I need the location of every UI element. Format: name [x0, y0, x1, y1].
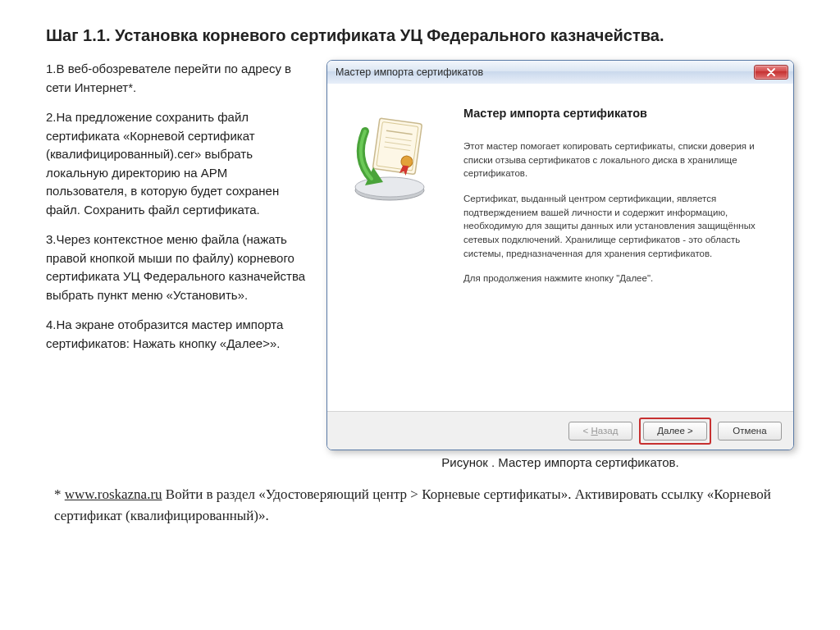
step-2: 2.На предложение сохранить файл сертифик…	[46, 108, 308, 219]
svg-point-1	[355, 177, 424, 197]
back-button: < Назад	[568, 422, 632, 441]
footnote: * www.roskazna.ru Войти в раздел «Удосто…	[46, 484, 794, 526]
step-4: 4.На экране отобразится мастер импорта с…	[46, 316, 308, 353]
wizard-paragraph-3: Для продолжения нажмите кнопку "Далее".	[463, 272, 769, 285]
wizard-paragraph-1: Этот мастер помогает копировать сертифик…	[463, 139, 769, 180]
certificate-import-icon	[340, 116, 439, 207]
wizard-paragraph-2: Сертификат, выданный центром сертификаци…	[463, 192, 769, 260]
wizard-heading: Мастер импорта сертификатов	[463, 107, 769, 120]
footnote-rest: Войти в раздел «Удостоверяющий центр > К…	[54, 486, 771, 523]
cancel-button[interactable]: Отмена	[718, 422, 782, 441]
page-heading: Шаг 1.1. Установка корневого сертификата…	[46, 25, 794, 47]
next-button[interactable]: Далее >	[643, 422, 707, 441]
step-3: 3.Через контекстное меню файла (нажать п…	[46, 231, 308, 304]
footnote-link[interactable]: www.roskazna.ru	[65, 486, 162, 502]
wizard-window: Мастер импорта сертификатов	[326, 60, 794, 450]
wizard-button-row: < Назад Далее > Отмена	[327, 412, 793, 450]
figure-caption: Рисунок . Мастер импорта сертификатов.	[326, 455, 794, 469]
next-button-highlight: Далее >	[639, 418, 711, 445]
instruction-steps: 1.В веб-обозревателе перейти по адресу в…	[46, 60, 308, 364]
step-1: 1.В веб-обозревателе перейти по адресу в…	[46, 60, 308, 97]
footnote-prefix: *	[54, 486, 65, 502]
close-icon	[767, 68, 775, 76]
window-title: Мастер импорта сертификатов	[336, 66, 754, 78]
close-button[interactable]	[754, 65, 788, 80]
titlebar: Мастер импорта сертификатов	[327, 61, 793, 84]
